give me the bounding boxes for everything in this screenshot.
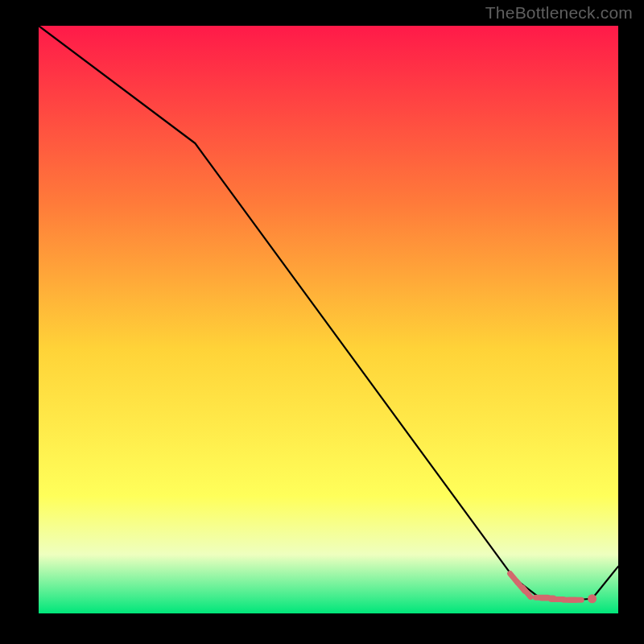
gradient-background (39, 26, 618, 613)
watermark-text: TheBottleneck.com (485, 3, 633, 23)
highlight-end-dot (588, 594, 597, 603)
chart-frame: TheBottleneck.com (0, 0, 644, 644)
bottleneck-chart (39, 26, 618, 613)
